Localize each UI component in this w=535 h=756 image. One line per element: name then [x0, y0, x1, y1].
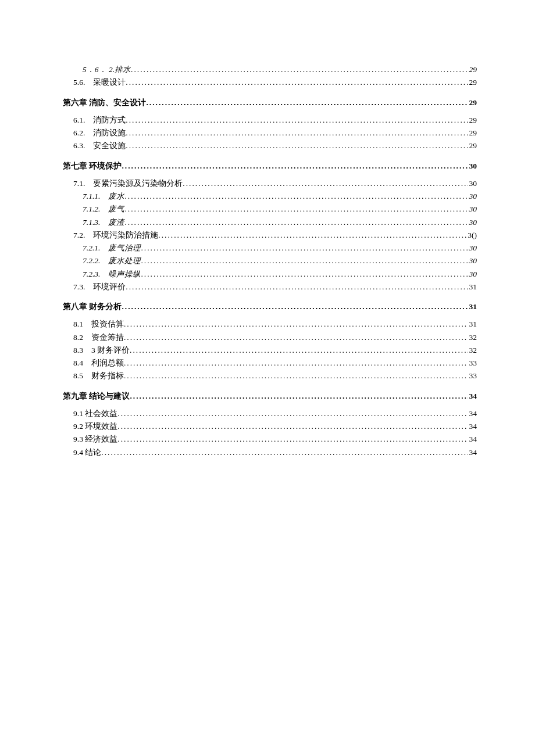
toc-label: 5．6． 2.排水 — [63, 64, 131, 76]
toc-leader — [158, 230, 466, 241]
toc-page-number: 31 — [468, 301, 477, 313]
toc-label: 7.1.1. 废水 — [63, 191, 124, 202]
toc-label: 第七章 环境保护 — [63, 160, 122, 172]
toc-label: 6.1. 消防方式 — [63, 114, 126, 126]
document-page: 5．6． 2.排水295.6. 采暖设计29第六章 消防、安全设计296.1. … — [0, 0, 535, 495]
toc-entry: 7.1.3. 废渣30 — [63, 217, 477, 228]
toc-page-number: 32 — [468, 332, 477, 343]
toc-leader — [101, 447, 468, 458]
toc-page-number: 29 — [468, 140, 477, 152]
toc-label: 7.1.2. 废气 — [63, 203, 124, 215]
toc-page-number: 29 — [468, 97, 477, 109]
toc-entry: 第八章 财务分析31 — [63, 301, 477, 313]
toc-page-number: 29 — [468, 114, 477, 126]
toc-page-number: 29 — [468, 64, 477, 76]
toc-leader — [183, 178, 468, 189]
toc-label: 7.3. 环境评价 — [63, 281, 126, 293]
toc-page-number: 34 — [468, 421, 477, 432]
toc-label: 8.2 资金筹措 — [63, 332, 124, 343]
toc-entry: 第九章 结论与建议34 — [63, 390, 477, 402]
toc-label: 第八章 财务分析 — [63, 301, 122, 313]
toc-entry: 5．6． 2.排水29 — [63, 64, 477, 76]
toc-page-number: 34 — [468, 408, 477, 420]
toc-leader — [141, 268, 468, 280]
toc-leader — [124, 191, 468, 202]
toc-page-number: 33 — [468, 357, 477, 369]
toc-label: 7.2.1. 废气治理 — [63, 242, 141, 254]
toc-label: 6.2. 消防设施 — [63, 127, 126, 139]
toc-leader — [126, 127, 468, 139]
toc-leader — [141, 255, 468, 267]
toc-leader — [146, 97, 468, 109]
toc-page-number: 30 — [468, 217, 477, 228]
toc-label: 8.1 投资估算 — [63, 318, 124, 330]
toc-page-number: 33 — [468, 370, 477, 382]
toc-entry: 8.1 投资估算31 — [63, 318, 477, 330]
toc-leader — [124, 318, 468, 330]
toc-page-number: 34 — [468, 433, 477, 445]
toc-leader — [124, 357, 468, 369]
toc-label: 5.6. 采暖设计 — [63, 77, 126, 88]
toc-page-number: 32 — [468, 345, 477, 356]
toc-entry: 8.3 3 财务评价32 — [63, 345, 477, 356]
toc-page-number: 30 — [468, 191, 477, 202]
toc-label: 9.2 环境效益 — [63, 421, 117, 432]
toc-page-number: 30 — [468, 203, 477, 215]
toc-leader — [126, 77, 468, 88]
toc-entry: 5.6. 采暖设计29 — [63, 77, 477, 88]
toc-entry: 9.4 结论34 — [63, 447, 477, 458]
toc-leader — [122, 301, 468, 313]
toc-entry: 8.2 资金筹措32 — [63, 332, 477, 343]
table-of-contents: 5．6． 2.排水295.6. 采暖设计29第六章 消防、安全设计296.1. … — [63, 64, 477, 458]
toc-page-number: 30 — [468, 255, 477, 267]
toc-entry: 6.3. 安全设施29 — [63, 140, 477, 152]
toc-leader — [126, 114, 468, 126]
toc-entry: 7.3. 环境评价31 — [63, 281, 477, 293]
toc-entry: 8.5 财务指标33 — [63, 370, 477, 382]
toc-leader — [141, 242, 468, 254]
toc-leader — [130, 345, 468, 356]
toc-entry: 第七章 环境保护30 — [63, 160, 477, 172]
toc-page-number: 29 — [468, 127, 477, 139]
toc-label: 第九章 结论与建议 — [63, 390, 130, 402]
toc-page-number: 30 — [468, 242, 477, 254]
toc-label: 9.4 结论 — [63, 447, 101, 458]
toc-page-number: 34 — [468, 447, 477, 458]
toc-entry: 第六章 消防、安全设计29 — [63, 97, 477, 109]
toc-entry: 7.1. 要紧污染源及污染物分析30 — [63, 178, 477, 189]
toc-label: 7.2. 环境污染防治措施 — [63, 230, 158, 241]
toc-leader — [130, 390, 468, 402]
toc-entry: 7.2.1. 废气治理30 — [63, 242, 477, 254]
toc-label: 7.2.3. 噪声操纵 — [63, 268, 141, 280]
toc-page-number: 30 — [468, 160, 477, 172]
toc-leader — [117, 408, 468, 420]
toc-entry: 7.1.1. 废水30 — [63, 191, 477, 202]
toc-entry: 7.2. 环境污染防治措施3() — [63, 230, 477, 241]
toc-entry: 6.2. 消防设施29 — [63, 127, 477, 139]
toc-page-number: 29 — [468, 77, 477, 88]
toc-entry: 8.4 利润总额33 — [63, 357, 477, 369]
toc-leader — [117, 433, 468, 445]
toc-label: 7.1.3. 废渣 — [63, 217, 124, 228]
toc-entry: 9.1 社会效益34 — [63, 408, 477, 420]
toc-leader — [122, 160, 468, 172]
toc-page-number: 34 — [468, 390, 477, 402]
toc-leader — [126, 281, 468, 293]
toc-label: 7.1. 要紧污染源及污染物分析 — [63, 178, 183, 189]
toc-page-number: 30 — [468, 178, 477, 189]
toc-label: 8.4 利润总额 — [63, 357, 124, 369]
toc-leader — [126, 140, 468, 152]
toc-label: 7.2.2. 废水处理 — [63, 255, 141, 267]
toc-leader — [117, 421, 468, 432]
toc-label: 8.5 财务指标 — [63, 370, 124, 382]
toc-label: 9.1 社会效益 — [63, 408, 117, 420]
toc-leader — [124, 203, 468, 215]
toc-leader — [124, 332, 468, 343]
toc-entry: 9.2 环境效益34 — [63, 421, 477, 432]
toc-entry: 7.2.3. 噪声操纵30 — [63, 268, 477, 280]
toc-leader — [131, 64, 468, 76]
toc-label: 9.3 经济效益 — [63, 433, 117, 445]
toc-label: 6.3. 安全设施 — [63, 140, 126, 152]
toc-label: 第六章 消防、安全设计 — [63, 97, 146, 109]
toc-entry: 9.3 经济效益34 — [63, 433, 477, 445]
